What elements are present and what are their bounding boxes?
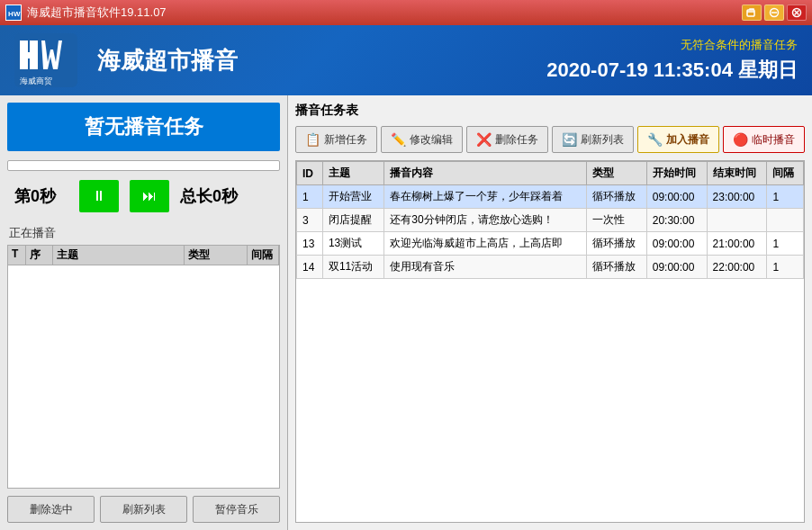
player-controls: 第0秒 ⏸ ⏭ 总长0秒 [7,180,280,212]
right-panel: 播音任务表 📋 新增任务 ✏️ 修改编辑 ❌ 删除任务 🔄 刷新列表 [288,95,812,530]
cell-content: 春在柳树上爆了一个芽，少年踩着着 [384,185,587,209]
datetime-display: 2020-07-19 11:35:04 星期日 [546,57,798,84]
close-button[interactable] [787,4,807,21]
temp-label: 临时播音 [752,132,795,148]
col-id: ID [297,162,323,185]
join-label: 加入播音 [666,132,709,148]
delete-icon: ❌ [476,132,492,147]
playing-label: 正在播音 [7,225,280,241]
cell-end: 23:00:00 [707,185,767,209]
logo-box: 海威商贸 [14,33,77,87]
task-table: ID 主题 播音内容 类型 开始时间 结束时间 间隔 1开始营业春在柳树上爆了一… [295,160,805,523]
cell-subject: 13测试 [322,232,383,256]
title-text: 海威超市播音软件19.11.07 [27,4,742,21]
refresh-task-button[interactable]: 🔄 刷新列表 [552,126,634,153]
cell-subject: 闭店提醒 [322,209,383,232]
app-icon: H W [5,4,22,21]
minimize-button[interactable] [764,4,784,21]
pause-icon: ⏸ [92,188,106,204]
col-title: 主题 [53,246,185,265]
svg-rect-3 [747,10,754,16]
header-right: 无符合条件的播音任务 2020-07-19 11:35:04 星期日 [546,25,798,95]
cell-start: 09:00:00 [646,232,707,256]
no-task-banner: 暂无播音任务 [7,103,280,151]
header: 海威商贸 海威超市播音 无符合条件的播音任务 2020-07-19 11:35:… [0,25,812,95]
edit-label: 修改编辑 [410,132,453,148]
pause-music-button[interactable]: 暂停音乐 [193,496,280,523]
task-table-body: 1开始营业春在柳树上爆了一个芽，少年踩着着循环播放09:00:0023:00:0… [297,185,804,279]
svg-text:W: W [14,10,21,18]
table-row[interactable]: 14双11活动使用现有音乐循环播放09:00:0022:00:001 [297,256,804,279]
cell-type: 循环播放 [586,232,646,256]
temp-broadcast-button[interactable]: 🔴 临时播音 [723,126,805,153]
app-title: 海威超市播音 [97,45,238,76]
refresh-icon: 🔄 [562,132,577,147]
cell-gap: 1 [767,185,804,209]
current-time: 第0秒 [14,185,68,207]
main-window: 海威商贸 海威超市播音 无符合条件的播音任务 2020-07-19 11:35:… [0,25,812,530]
next-button[interactable]: ⏭ [130,180,169,212]
edit-task-button[interactable]: ✏️ 修改编辑 [381,126,463,153]
cell-gap [767,209,804,232]
edit-icon: ✏️ [391,132,406,147]
add-label: 新增任务 [324,132,367,148]
cell-content: 还有30分钟闭店，请您放心选购！ [384,209,587,232]
left-panel: 暂无播音任务 第0秒 ⏸ ⏭ 总长0秒 正在播音 T 序 主题 类型 间隔 [0,95,288,530]
cell-type: 一次性 [586,209,646,232]
cell-start: 20:30:00 [646,209,707,232]
col-content: 播音内容 [384,162,587,185]
add-task-button[interactable]: 📋 新增任务 [295,126,377,153]
content-area: 暂无播音任务 第0秒 ⏸ ⏭ 总长0秒 正在播音 T 序 主题 类型 间隔 [0,95,812,530]
cell-end [707,209,767,232]
cell-type: 循环播放 [586,256,646,279]
col-gap: 间隔 [767,162,804,185]
titlebar: H W 海威超市播音软件19.11.07 [0,0,812,25]
cell-id: 1 [297,185,323,209]
cell-type: 循环播放 [586,185,646,209]
window-buttons [742,4,807,21]
cell-content: 使用现有音乐 [384,256,587,279]
refresh-list-button[interactable]: 刷新列表 [100,496,187,523]
cell-gap: 1 [767,256,804,279]
restore-button[interactable] [742,4,762,21]
pause-button[interactable]: ⏸ [79,180,119,212]
toolbar: 📋 新增任务 ✏️ 修改编辑 ❌ 删除任务 🔄 刷新列表 🔧 加入播音 [295,126,805,153]
table-row[interactable]: 3闭店提醒还有30分钟闭店，请您放心选购！一次性20:30:00 [297,209,804,232]
temp-icon: 🔴 [733,132,748,147]
cell-content: 欢迎光临海威超市上高店，上高店即 [384,232,587,256]
total-time: 总长0秒 [180,185,238,207]
join-broadcast-button[interactable]: 🔧 加入播音 [637,126,719,153]
col-type: 类型 [586,162,646,185]
no-task-notice: 无符合条件的播音任务 [681,37,798,53]
task-table-title: 播音任务表 [295,103,805,119]
left-bottom-buttons: 删除选中 刷新列表 暂停音乐 [7,489,280,523]
col-gap: 间隔 [248,246,279,265]
cell-id: 3 [297,209,323,232]
col-subject: 主题 [322,162,383,185]
cell-gap: 1 [767,232,804,256]
cell-subject: 双11活动 [322,256,383,279]
cell-start: 09:00:00 [646,185,707,209]
table-row[interactable]: 1开始营业春在柳树上爆了一个芽，少年踩着着循环播放09:00:0023:00:0… [297,185,804,209]
refresh-label: 刷新列表 [581,132,624,148]
cell-end: 22:00:00 [707,256,767,279]
svg-text:海威商贸: 海威商贸 [20,76,52,85]
table-row[interactable]: 1313测试欢迎光临海威超市上高店，上高店即循环播放09:00:0021:00:… [297,232,804,256]
col-type: 类型 [185,246,248,265]
cell-id: 14 [297,256,323,279]
playing-table-body [7,265,280,489]
delete-task-button[interactable]: ❌ 删除任务 [466,126,548,153]
join-icon: 🔧 [647,132,663,147]
cell-id: 13 [297,232,323,256]
progress-bar [7,160,280,171]
table-header-row: ID 主题 播音内容 类型 开始时间 结束时间 间隔 [297,162,804,185]
svg-rect-13 [30,40,38,69]
delete-selected-button[interactable]: 删除选中 [7,496,95,523]
cell-end: 21:00:00 [707,232,767,256]
task-data-table: ID 主题 播音内容 类型 开始时间 结束时间 间隔 1开始营业春在柳树上爆了一… [296,161,804,279]
add-icon: 📋 [305,132,320,147]
playing-table-header: T 序 主题 类型 间隔 [7,245,280,265]
delete-label: 删除任务 [495,132,538,148]
col-seq: 序 [26,246,53,265]
col-t: T [8,246,26,265]
